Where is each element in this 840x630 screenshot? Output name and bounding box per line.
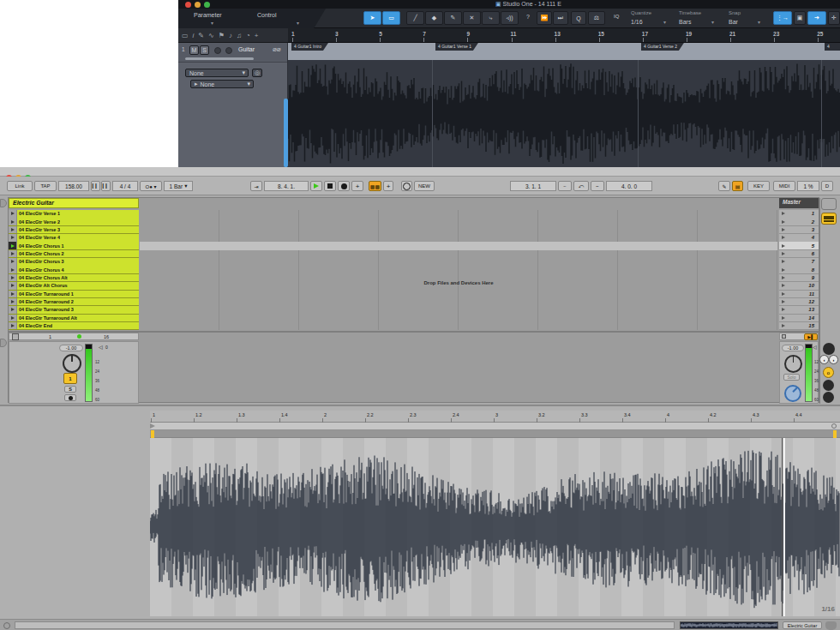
loop-length-field[interactable]: 4. 0. 0	[606, 181, 652, 191]
clip-slot[interactable]: 04 ElecGtr Verse 2	[9, 218, 139, 226]
crossfade-assign-b[interactable]: ◗	[829, 355, 838, 364]
session-grid[interactable]: Drop Files and Devices Here	[140, 210, 777, 330]
tempo-field[interactable]: 158.00	[58, 181, 89, 191]
follow-button[interactable]: ⇥	[250, 181, 262, 191]
end-flag[interactable]	[833, 430, 837, 438]
clip-launch-button[interactable]	[9, 306, 17, 314]
clip-slot[interactable]: 04 ElecGtr Turnaround Alt	[9, 315, 139, 323]
clip-launch-button[interactable]	[9, 298, 17, 306]
track-volume-field[interactable]: -1.00	[59, 345, 83, 351]
arrow-tool-button[interactable]: ➤	[363, 11, 381, 25]
cue-button[interactable]: o	[823, 367, 834, 378]
key-map-button[interactable]: KEY	[747, 181, 770, 191]
clip-slot[interactable]: 04 ElecGtr Alt Chorus	[9, 282, 139, 291]
scene-slot[interactable]: 8	[779, 266, 819, 274]
automation-icon[interactable]: ∿	[208, 32, 214, 39]
arrangement-area[interactable]: 4 Guitar1 Intro4 Guitar1 Verse 14 Guitar…	[288, 43, 840, 167]
draw-mode-button[interactable]: ✎	[718, 181, 730, 191]
record-button[interactable]	[338, 181, 350, 191]
clip-stop-icon[interactable]	[12, 333, 19, 340]
split-tool-button[interactable]: ╱	[406, 11, 424, 25]
autoscroll-button[interactable]: ➔	[807, 11, 826, 25]
master-pan-knob[interactable]	[784, 355, 802, 373]
clip-slot[interactable]: 04 ElecGtr End	[9, 322, 139, 331]
session-view-selector-icon[interactable]	[821, 198, 837, 210]
clip-launch-button[interactable]	[9, 210, 17, 218]
zoom-icon[interactable]: Q	[571, 11, 586, 25]
clip-label[interactable]: 4 Guitar1 Verse 3	[825, 43, 840, 51]
fold-handle[interactable]	[0, 339, 7, 347]
scene-slot[interactable]: 15	[779, 322, 819, 331]
clip-label[interactable]: 4 Guitar1 Verse 2	[641, 43, 684, 51]
midi-map-button[interactable]: MIDI	[773, 181, 795, 191]
punch-out-button[interactable]: ⌢	[591, 181, 604, 191]
scene-slot[interactable]: 13	[779, 306, 819, 315]
track-header[interactable]: 1 M S Guitar ⌀⌀	[178, 43, 287, 63]
stop-all-clips-icon[interactable]	[782, 334, 786, 339]
track-name[interactable]: Guitar	[238, 46, 255, 52]
track-activator-button[interactable]: 1	[63, 373, 77, 384]
scene-slot[interactable]: 9	[779, 274, 819, 283]
scene-slot[interactable]: 11	[779, 291, 819, 299]
help-icon[interactable]: ?	[526, 14, 530, 20]
scene-slot[interactable]: 5	[779, 242, 819, 250]
record-arm-button[interactable]	[214, 47, 221, 54]
locate-prev-icon[interactable]: ⏩	[537, 11, 552, 25]
crosshair-button[interactable]: ✛	[828, 11, 840, 25]
quantize-value[interactable]: 1/16	[631, 19, 643, 25]
crossfade-assign-a[interactable]: ◖	[819, 355, 829, 364]
range-tool-button[interactable]: ▭	[382, 11, 400, 25]
eraser-tool-button[interactable]: ◆	[425, 11, 443, 25]
info-view-toggle-icon[interactable]	[3, 622, 10, 629]
scene-slot[interactable]: 14	[779, 315, 819, 323]
scene-slot[interactable]: 2	[779, 218, 819, 226]
scene-slot[interactable]: 6	[779, 250, 819, 259]
track-title-header[interactable]: Electric Guitar	[9, 198, 139, 208]
fold-handle[interactable]	[0, 199, 7, 207]
timebase-caret-icon[interactable]: ▾	[711, 19, 714, 25]
scene-slot[interactable]: 12	[779, 298, 819, 307]
macro-icon[interactable]: ⚖	[588, 11, 605, 25]
master-solo-button[interactable]: Solo	[783, 374, 800, 381]
window-controls[interactable]	[185, 2, 213, 9]
nudge-down-button[interactable]: ▎▎	[91, 181, 100, 191]
computer-midi-keyboard-button[interactable]: ▤	[732, 181, 743, 191]
input-quantize-icon[interactable]: IQ	[614, 14, 619, 19]
sample-waveform-display[interactable]: 1/16	[150, 438, 840, 616]
clip-label[interactable]: 4 Guitar1 Intro	[291, 43, 328, 51]
clip-launch-button[interactable]	[9, 291, 17, 298]
track-arm-button[interactable]	[64, 394, 76, 401]
loop-brace-row[interactable]	[150, 423, 840, 430]
tap-tempo-button[interactable]: TAP	[34, 181, 57, 191]
clip-launch-button[interactable]	[9, 274, 17, 282]
bend-tool-button[interactable]: ⤷	[482, 11, 500, 25]
timebase-value[interactable]: Bars	[679, 19, 691, 25]
mute-button[interactable]: M	[189, 45, 199, 55]
master-track-header[interactable]: Master	[779, 198, 819, 208]
clip-launch-button[interactable]	[9, 226, 17, 234]
clip-label[interactable]: 4 Guitar1 Verse 1	[435, 43, 478, 51]
loop-button[interactable]: ⤺	[573, 181, 589, 191]
pan-knob[interactable]	[63, 354, 81, 373]
clip-slot[interactable]: 04 ElecGtr Chorus 4	[9, 266, 139, 274]
play-button[interactable]	[310, 181, 322, 191]
clip-launch-button[interactable]	[9, 258, 17, 266]
quantize-icon[interactable]: ♫	[237, 32, 242, 39]
crossfader-knob[interactable]	[784, 385, 801, 402]
automation-arm-button[interactable]: ▩▩	[369, 181, 381, 191]
insert-slot-1[interactable]: None▾	[185, 69, 249, 77]
beat-ruler[interactable]: 11.21.31.422.22.32.433.23.33.444.24.34.4	[150, 411, 840, 423]
clip-slot[interactable]: 04 ElecGtr Turnaround 1	[9, 291, 139, 299]
control-menu[interactable]: Control	[257, 12, 277, 18]
nudge-up-button[interactable]: ▎▎	[101, 181, 111, 191]
volume-bar[interactable]	[185, 57, 254, 60]
scene-slot[interactable]: 4	[779, 234, 819, 243]
snap-caret-icon[interactable]: ▾	[758, 19, 760, 25]
clip-overview[interactable]	[680, 621, 778, 629]
stop-button[interactable]	[324, 181, 336, 191]
crossfade-a-button[interactable]	[823, 343, 835, 355]
tool-icon[interactable]: ✎	[198, 32, 204, 39]
clip-launch-button[interactable]	[9, 322, 17, 330]
clip-launch-button[interactable]	[9, 242, 17, 249]
scene-slot[interactable]: 10	[779, 282, 819, 291]
